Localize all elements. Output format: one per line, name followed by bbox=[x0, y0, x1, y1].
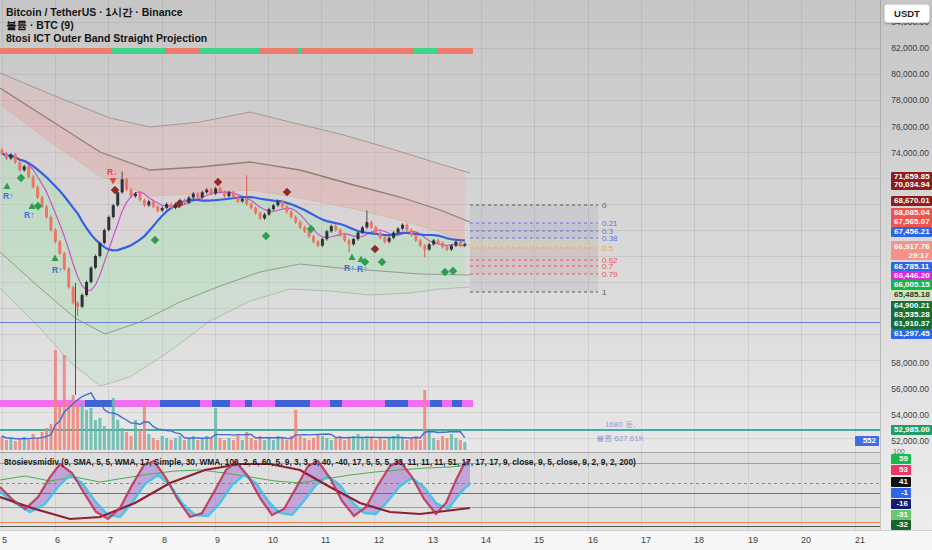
volume-bar bbox=[250, 438, 253, 450]
currency-toggle-button[interactable]: USDT bbox=[884, 4, 930, 23]
volume-bar bbox=[294, 410, 297, 450]
candle-body bbox=[450, 246, 453, 250]
volume-bar bbox=[18, 439, 21, 450]
candle-body bbox=[259, 213, 262, 218]
candle-body bbox=[183, 200, 186, 203]
volume-bar bbox=[316, 434, 319, 450]
volume-bar bbox=[374, 440, 377, 450]
candle-body bbox=[454, 242, 457, 246]
r-up-label: R↑ bbox=[344, 263, 354, 273]
candle-body bbox=[383, 238, 386, 242]
candle-body bbox=[201, 192, 204, 197]
volume-bar bbox=[325, 438, 328, 450]
candle-body bbox=[138, 194, 141, 201]
oscillator-value-badge: 41 bbox=[891, 477, 911, 487]
fib-level-label: 0.79 bbox=[602, 270, 618, 279]
legend-volume-row[interactable]: 볼륨 · BTC (9) bbox=[6, 19, 207, 32]
volume-bar bbox=[112, 398, 115, 450]
volume-bar bbox=[285, 440, 288, 450]
volume-bar bbox=[98, 418, 101, 450]
volume-bar bbox=[183, 440, 186, 450]
candle-body bbox=[54, 230, 57, 242]
current-price-badge: 66,917.7629:17 bbox=[891, 241, 932, 260]
price-level-badge: 552 bbox=[855, 436, 879, 446]
candle-body bbox=[112, 205, 115, 217]
candle-body bbox=[121, 179, 124, 192]
candle-body bbox=[459, 242, 462, 246]
volume-bar bbox=[423, 390, 426, 450]
price-level-badge: 61,297.45 bbox=[891, 329, 932, 339]
volume-bar bbox=[63, 355, 66, 450]
oscillator-indicator-label[interactable]: 8tosievsmidiv (9, SMA, 5, 5, WMA, 17, Si… bbox=[4, 457, 636, 467]
volume-bar bbox=[5, 440, 8, 450]
volume-bar bbox=[49, 424, 52, 450]
price-tick-label: 76,000.00 bbox=[891, 122, 929, 132]
candle-body bbox=[67, 269, 70, 287]
candle-body bbox=[419, 240, 422, 245]
candle-body bbox=[156, 207, 159, 211]
candle-body bbox=[401, 225, 404, 229]
candle-body bbox=[388, 238, 391, 242]
candle-body bbox=[370, 222, 373, 227]
main-chart-canvas[interactable]: 00.210.30.380.50.620.70.791R↑R↑R↑R↑R↑R↓ bbox=[0, 0, 932, 550]
candle-body bbox=[125, 179, 128, 189]
candle-body bbox=[81, 295, 84, 307]
candle-body bbox=[94, 256, 97, 268]
time-tick-label: 20 bbox=[801, 535, 811, 545]
price-level-badge: 52,985.00 bbox=[891, 425, 932, 435]
volume-bar bbox=[174, 438, 177, 450]
trading-chart-app: 00.210.30.380.50.620.70.791R↑R↑R↑R↑R↑R↓ … bbox=[0, 0, 932, 550]
candle-body bbox=[272, 205, 275, 209]
candle-body bbox=[1, 150, 4, 153]
volume-bar bbox=[134, 420, 137, 450]
volume-bar bbox=[454, 438, 457, 450]
volume-bar bbox=[308, 440, 311, 450]
candle-body bbox=[107, 217, 110, 230]
candle-body bbox=[143, 200, 146, 205]
volume-bar bbox=[370, 438, 373, 450]
volume-bar bbox=[219, 438, 222, 450]
candle-body bbox=[232, 192, 235, 197]
volume-bar bbox=[227, 438, 230, 450]
fib-level-label: 1 bbox=[602, 288, 607, 297]
price-level-badge: 66,005.15 bbox=[891, 280, 932, 290]
volume-bar bbox=[41, 432, 44, 450]
volume-bar bbox=[330, 440, 333, 450]
candle-body bbox=[254, 208, 257, 213]
time-tick-label: 7 bbox=[108, 535, 113, 545]
legend-indicator-row[interactable]: 8tosi ICT Outer Band Straight Projection bbox=[6, 32, 207, 45]
candle-body bbox=[361, 227, 364, 232]
volume-bar bbox=[303, 438, 306, 450]
volume-bar bbox=[459, 440, 462, 450]
candle-body bbox=[161, 208, 164, 211]
candle-body bbox=[321, 239, 324, 246]
volume-bar bbox=[27, 440, 30, 450]
candle-body bbox=[334, 226, 337, 230]
volume-bar bbox=[36, 438, 39, 450]
volume-bar bbox=[268, 438, 271, 450]
volume-bar bbox=[321, 436, 324, 450]
price-axis[interactable]: 84,000.0082,000.0080,000.0078,000.0076,0… bbox=[881, 0, 932, 530]
volume-annotation-line2: 볼륨 627.61K bbox=[560, 432, 680, 446]
volume-bar bbox=[348, 438, 351, 450]
volume-bar bbox=[223, 440, 226, 450]
candle-body bbox=[236, 198, 239, 202]
candle-body bbox=[9, 155, 12, 159]
volume-bar bbox=[437, 440, 440, 450]
time-tick-label: 21 bbox=[855, 535, 865, 545]
volume-bar bbox=[179, 436, 182, 450]
candle-body bbox=[352, 239, 355, 244]
time-axis[interactable]: 56789101112131415161718192021 bbox=[0, 530, 932, 550]
volume-bar bbox=[281, 438, 284, 450]
candle-body bbox=[410, 230, 413, 235]
volume-bar bbox=[441, 436, 444, 450]
candle-body bbox=[116, 192, 119, 205]
volume-bar bbox=[147, 434, 150, 450]
symbol-title[interactable]: Bitcoin / TetherUS · 1시간 · Binance bbox=[6, 6, 207, 19]
oscillator-value-badge: -31 bbox=[891, 510, 911, 520]
time-tick-label: 10 bbox=[268, 535, 278, 545]
time-tick-label: 19 bbox=[748, 535, 758, 545]
time-tick-label: 6 bbox=[55, 535, 60, 545]
volume-bar bbox=[58, 406, 61, 450]
candle-body bbox=[303, 227, 306, 231]
